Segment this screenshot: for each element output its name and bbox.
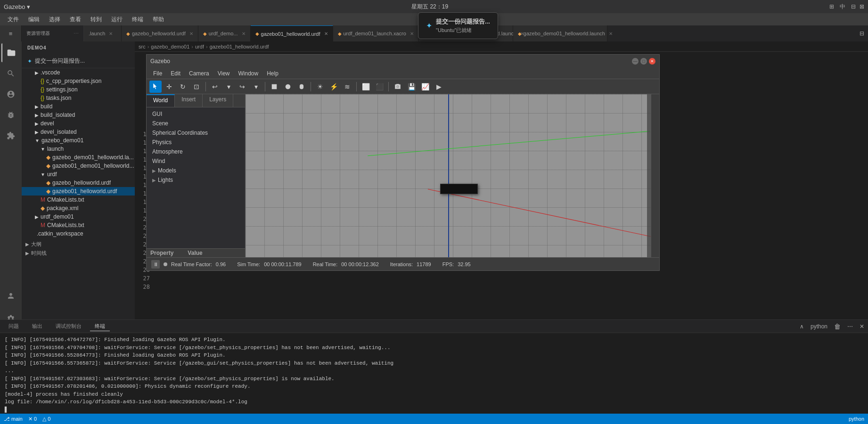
menu-help[interactable]: 帮助 (149, 15, 168, 24)
sidebar-item-gazebo-demo01[interactable]: ▼ gazebo_demo01 (22, 136, 135, 145)
terminal-trash-icon[interactable]: 🗑 (834, 323, 841, 330)
sidebar-item-package[interactable]: ◆ package.xml (22, 204, 135, 212)
gz-tool-video[interactable]: ▶ (433, 81, 445, 93)
status-python[interactable]: python (849, 416, 864, 422)
tab-launch[interactable]: .launch ✕ (84, 25, 122, 41)
activity-git[interactable] (1, 85, 20, 104)
gz-pause-button[interactable]: ⏸ (151, 260, 160, 269)
activity-debug[interactable] (1, 106, 20, 124)
tab-gazebo-close[interactable]: ✕ (609, 31, 613, 36)
gazebo-maximize-button[interactable]: □ (640, 58, 647, 65)
terminal-tab-problems[interactable]: 问题 (4, 322, 24, 331)
terminal-tab-output[interactable]: 输出 (27, 322, 47, 331)
sidebar-item-helloworld-urdf[interactable]: ◆ gazebo_helloworld.urdf (22, 179, 135, 187)
gz-tool-light-dir[interactable]: ≋ (341, 81, 353, 93)
gz-tab-layers[interactable]: Layers (203, 94, 233, 107)
gz-tool-select[interactable] (149, 81, 162, 93)
sidebar-item-gazebo-launch[interactable]: ◆ gazebo_demo01_helloworld.la... (22, 153, 135, 162)
gz-tool-redo[interactable]: ↪ (236, 81, 248, 93)
sidebar-item-catkin[interactable]: .catkin_workspace (22, 229, 135, 238)
gz-tool-box[interactable] (268, 81, 280, 93)
gz-tree-atmosphere[interactable]: Atmosphere (147, 147, 245, 156)
error-count[interactable]: ✕ 0 (28, 416, 37, 422)
git-branch-icon[interactable]: ⎇ main (4, 416, 23, 422)
menu-view[interactable]: 查看 (66, 15, 85, 24)
menu-run[interactable]: 运行 (107, 15, 126, 24)
sidebar-item-gazebo01-urdf[interactable]: ◆ gazebo01_helloworld.urdf (22, 187, 135, 196)
tab-urdf-demo[interactable]: ◆ urdf_demo... ✕ (198, 25, 251, 41)
gz-tree-spherical[interactable]: Spherical Coordinates (147, 128, 245, 138)
gz-tree-lights[interactable]: ▶ Lights (147, 175, 245, 185)
terminal-tab-terminal[interactable]: 终端 (90, 322, 110, 331)
menu-terminal[interactable]: 终端 (128, 15, 147, 24)
activity-extensions[interactable] (1, 126, 20, 145)
warning-count[interactable]: △ 0 (42, 416, 50, 422)
gz-tree-wind[interactable]: Wind (147, 156, 245, 166)
gz-tree-scene[interactable]: Scene (147, 119, 245, 128)
tab-urdf-demo-close[interactable]: ✕ (242, 31, 246, 36)
gazebo-viewport[interactable] (246, 94, 651, 257)
sidebar-item-settings[interactable]: {} settings.json (22, 85, 135, 94)
tab-gazebo01-urdf[interactable]: ◆ gazebo01_helloworld.urdf ✕ (251, 25, 333, 41)
gz-tool-undo[interactable]: ↩ (209, 81, 221, 93)
terminal-close-icon[interactable]: ✕ (860, 323, 864, 330)
gz-menu-camera[interactable]: Camera (185, 69, 213, 78)
gz-menu-help[interactable]: Help (263, 69, 282, 78)
activity-account[interactable] (1, 286, 20, 305)
menu-edit[interactable]: 编辑 (25, 15, 43, 24)
sidebar-item-vscode[interactable]: ▶ .vscode (22, 68, 135, 77)
gz-tree-models[interactable]: ▶ Models (147, 166, 245, 175)
gazebo-minimize-button[interactable]: — (632, 58, 639, 65)
tab-launch-close[interactable]: ✕ (109, 31, 113, 36)
gz-tool-scale[interactable]: ⊡ (190, 81, 203, 93)
sidebar-item-cmake[interactable]: M CMakeLists.txt (22, 196, 135, 204)
terminal-more-icon[interactable]: ⋯ (847, 323, 853, 330)
menu-file[interactable]: 文件 (4, 15, 23, 24)
gz-tree-physics[interactable]: Physics (147, 138, 245, 147)
sidebar-item-urdf-demo01[interactable]: ▶ urdf_demo01 (22, 212, 135, 221)
gz-tool-light-spot[interactable]: ⚡ (328, 81, 340, 93)
gz-menu-edit[interactable]: Edit (167, 69, 184, 78)
sidebar-item-build-isolated[interactable]: ▶ build_isolated (22, 111, 135, 119)
activity-explorer[interactable] (1, 43, 20, 62)
gz-tool-light-sun[interactable]: ☀ (314, 81, 326, 93)
app-title[interactable]: Gazebo ▾ (4, 3, 30, 10)
sidebar-item-timeline[interactable]: ▶ 时间线 (22, 249, 135, 258)
gz-tool-redo-arrow[interactable]: ▾ (250, 81, 262, 93)
terminal-content[interactable]: [ INFO] [1675491566.476472767]: Finished… (0, 333, 868, 414)
gz-tool-plot[interactable]: 📈 (419, 81, 431, 93)
split-editor-icon[interactable]: ⊟ (860, 30, 864, 37)
tab-helloworld-urdf-close[interactable]: ✕ (189, 31, 193, 36)
activity-search[interactable] (1, 64, 20, 83)
sidebar-item-launch[interactable]: ▼ launch (22, 145, 135, 153)
gz-tool-paste[interactable]: ⬛ (373, 81, 385, 93)
sidebar-item-urdf[interactable]: ▼ urdf (22, 170, 135, 179)
sidebar-item-devel-isolated[interactable]: ▶ devel_isolated (22, 128, 135, 136)
tab-xacro[interactable]: ◆ urdf_demo01_launch.xacro ✕ (333, 25, 419, 41)
sidebar-item-outline[interactable]: ▶ 大纲 (22, 240, 135, 249)
gz-tool-copy[interactable]: ⬜ (360, 81, 372, 93)
gz-tool-rotate[interactable]: ↻ (177, 81, 189, 93)
tab-gazebo-launch[interactable]: ◆ gazebo_demo01_helloworld.launch ✕ (513, 25, 607, 41)
gz-tab-insert[interactable]: Insert (175, 94, 203, 107)
sidebar-toggle-icon[interactable]: ≡ (9, 30, 13, 37)
sidebar-item-gazebo01-launch[interactable]: ◆ gazebo01_demo01_helloworld... (22, 162, 135, 170)
menu-select[interactable]: 选择 (45, 15, 64, 24)
gz-tool-screenshot[interactable] (392, 81, 404, 93)
gz-tool-undo-arrow[interactable]: ▾ (222, 81, 235, 93)
tab-xacro-close[interactable]: ✕ (410, 31, 414, 36)
gz-tree-gui[interactable]: GUI (147, 109, 245, 119)
sidebar-item-cmake2[interactable]: M CMakeLists.txt (22, 221, 135, 229)
terminal-python-label[interactable]: python (811, 323, 827, 330)
gz-menu-window[interactable]: Window (235, 69, 262, 78)
tab-demo01-close[interactable]: ✕ (520, 31, 524, 36)
terminal-tab-debug[interactable]: 调试控制台 (51, 322, 86, 331)
sidebar-item-cpp-props[interactable]: {} c_cpp_properties.json (22, 77, 135, 85)
sidebar-item-devel[interactable]: ▶ devel (22, 119, 135, 128)
gz-tool-translate[interactable]: ✛ (163, 81, 175, 93)
gz-menu-view[interactable]: View (214, 69, 234, 78)
sidebar-item-build[interactable]: ▶ build (22, 102, 135, 111)
tab-helloworld-urdf[interactable]: ◆ gazebo_helloworld.urdf ✕ (122, 25, 198, 41)
gz-tab-world[interactable]: World (147, 94, 175, 107)
gz-tool-save[interactable]: 💾 (405, 81, 418, 93)
